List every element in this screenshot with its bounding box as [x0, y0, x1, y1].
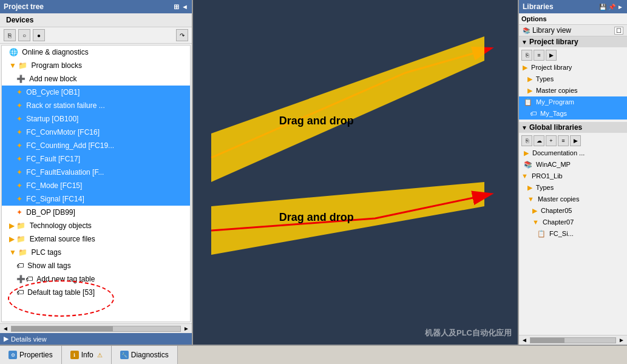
scroll-left[interactable]: ◄ [2, 325, 8, 332]
lib-btn-3[interactable]: ▶ [546, 50, 557, 61]
tree-item-fc-counting[interactable]: ✦ FC_Counting_Add [FC19... [2, 139, 190, 152]
tree-item-online-diagnostics[interactable]: 🌐 Online & diagnostics [2, 46, 190, 59]
library-view-label: Library view [532, 26, 571, 35]
tree-content[interactable]: 🌐 Online & diagnostics▼ 📁 Program blocks… [1, 45, 191, 322]
tree-item-add-tag-table[interactable]: ➕🏷 Add new tag table [2, 272, 190, 286]
fc-si-item[interactable]: 📋 FC_Si... [519, 228, 627, 240]
devices-tab[interactable]: Devices [0, 13, 192, 27]
star-icon: ✦ [16, 208, 24, 217]
my-tags-icon: 🏷 [530, 110, 537, 117]
glib-btn-5[interactable]: ▶ [570, 135, 581, 146]
star-icon: ✦ [16, 168, 24, 177]
pro1lib-item[interactable]: ▼ PRO1_Lib [519, 170, 627, 182]
scroll-right[interactable]: ► [183, 325, 189, 332]
folder-icon-types: ▶ [527, 75, 532, 83]
diagnostics-icon: 🔧 [120, 351, 129, 359]
tree-item-show-all-tags[interactable]: 🏷 Show all tags [2, 259, 190, 272]
tree-item-label-ob-cycle: OB_Cycle [OB1] [26, 88, 80, 96]
global-libs-collapse-icon[interactable]: ▼ [521, 124, 527, 131]
star-icon: ✦ [16, 101, 24, 110]
tree-item-rack-station[interactable]: ✦ Rack or station failure ... [2, 99, 190, 112]
bottom-bar: ⚙ Properties ℹ Info ⚠ 🔧 Diagnostics [0, 345, 627, 364]
tree-item-default-tag-table[interactable]: 🏷 Default tag table [53] [2, 286, 190, 299]
glib-btn-1[interactable]: ⎘ [521, 135, 532, 146]
fc-si-icon: 📋 [537, 230, 546, 237]
tree-item-label-technology-objects: Technology objects [30, 221, 92, 230]
tree-item-startup[interactable]: ✦ Startup [OB100] [2, 112, 190, 126]
tree-item-ob-cycle[interactable]: ✦ OB_Cycle [OB1] [2, 86, 190, 99]
tree-item-fc-mode[interactable]: ✦ FC_Mode [FC15] [2, 179, 190, 192]
project-library-item[interactable]: ▶ Project library [519, 62, 627, 73]
my-program-label: My_Program [536, 98, 574, 106]
properties-icon: ⚙ [8, 351, 17, 359]
glib-btn-2[interactable]: ☁ [534, 135, 544, 146]
libraries-header: Libraries 💾 📌 ► [519, 0, 627, 13]
tree-item-fc-fault-eval[interactable]: ✦ FC_FaultEvaluation [F... [2, 166, 190, 179]
my-tags-item[interactable]: 🏷 My_Tags [519, 108, 627, 120]
lib-scroll-row: ◄ ► [519, 335, 627, 345]
header-icons: ⊞ ◄ [174, 3, 188, 11]
my-program-item[interactable]: 📋 My_Program [519, 96, 627, 108]
glib-btn-4[interactable]: ≡ [558, 135, 569, 146]
chapter07-label: Chapter07 [543, 218, 574, 226]
documentation-item[interactable]: ▶ Documentation ... [519, 147, 627, 159]
lib-scroll-left[interactable]: ◄ [521, 337, 527, 343]
chapter05-item[interactable]: ▶ Chapter05 [519, 205, 627, 217]
tree-item-fc-signal[interactable]: ✦ FC_Signal [FC14] [2, 192, 190, 206]
details-view-bar[interactable]: ▶ Details view [0, 333, 192, 345]
tree-item-external-source[interactable]: ▶ 📁 External source files [2, 232, 190, 246]
global-libraries-section-header[interactable]: ▼ Global libraries [519, 122, 627, 133]
types-label: Types [536, 75, 554, 83]
lib-scroll-right[interactable]: ► [619, 337, 625, 343]
lib-arrow-icon[interactable]: ► [617, 4, 623, 10]
lib-pin-icon[interactable]: 📌 [608, 4, 615, 10]
chapter07-item[interactable]: ▼ Chapter07 [519, 217, 627, 228]
info-tab[interactable]: ℹ Info ⚠ [62, 346, 112, 364]
library-view-row[interactable]: 📚 Library view ☐ [519, 25, 627, 36]
add-tag-icon: ➕🏷 [16, 275, 35, 283]
tree-item-label-fc-mode: FC_Mode [FC15] [26, 181, 82, 190]
master-copies-sub-item[interactable]: ▼ Master copies [519, 194, 627, 205]
circle-empty-btn[interactable]: ○ [18, 29, 30, 41]
glib-btn-3[interactable]: + [546, 135, 557, 146]
lib-btn-1[interactable]: ⎘ [521, 50, 532, 61]
lib-save-icon[interactable]: 💾 [599, 4, 606, 10]
tree-item-technology-objects[interactable]: ▶ 📁 Technology objects [2, 219, 190, 232]
tree-item-db-op[interactable]: ✦ DB_OP [DB99] [2, 206, 190, 219]
folder-icon-pro1: ▼ [521, 172, 528, 180]
master-copies-label: Master copies [536, 87, 577, 94]
types-sub-label: Types [536, 184, 554, 191]
project-library-collapse-icon[interactable]: ▼ [521, 39, 527, 46]
library-view-toggle[interactable]: ☐ [614, 27, 623, 35]
properties-tab[interactable]: ⚙ Properties [0, 346, 62, 364]
tree-item-program-blocks[interactable]: ▼ 📁 Program blocks [2, 59, 190, 72]
expand-arrow[interactable]: ▶ [4, 335, 8, 343]
tree-item-label-rack-station: Rack or station failure ... [26, 101, 104, 110]
copy-btn[interactable]: ⎘ [4, 29, 16, 41]
types-item[interactable]: ▶ Types [519, 73, 627, 85]
folder-icon: ▶ 📁 [9, 221, 28, 230]
tree-item-label-online-diagnostics: Online & diagnostics [22, 48, 88, 56]
tree-item-label-fc-fault-eval: FC_FaultEvaluation [F... [26, 168, 104, 177]
folder-icon-ch05: ▶ [532, 207, 537, 214]
nav-btn[interactable]: ↷ [176, 29, 188, 41]
winac-item[interactable]: 📚 WinAC_MP [519, 159, 627, 170]
collapse-icon[interactable]: ◄ [181, 3, 188, 11]
drag-label-bottom: Drag and drop [279, 211, 354, 223]
lib-btn-2[interactable]: ≡ [534, 50, 544, 61]
types-sub-item[interactable]: ▶ Types [519, 182, 627, 194]
winac-icon: 📚 [524, 161, 532, 168]
master-copies-item[interactable]: ▶ Master copies [519, 85, 627, 96]
circle-filled-btn[interactable]: ● [33, 29, 45, 41]
project-library-section-header[interactable]: ▼ Project library [519, 36, 627, 47]
tree-item-fc-convmotor[interactable]: ✦ FC_ConvMotor [FC16] [2, 126, 190, 139]
master-copies-sub-label: Master copies [538, 195, 579, 203]
pro1-lib-label: PRO1_Lib [532, 172, 563, 180]
diagnostics-tab[interactable]: 🔧 Diagnostics [112, 346, 178, 364]
drag-label-top: Drag and drop [279, 114, 354, 127]
pin-icon[interactable]: ⊞ [174, 3, 179, 11]
tree-item-fc-fault[interactable]: ✦ FC_Fault [FC17] [2, 152, 190, 166]
tree-item-plc-tags[interactable]: ▼ 📁 PLC tags [2, 246, 190, 259]
fc-si-label: FC_Si... [549, 230, 574, 237]
tree-item-add-new-block[interactable]: ➕ Add new block [2, 72, 190, 86]
